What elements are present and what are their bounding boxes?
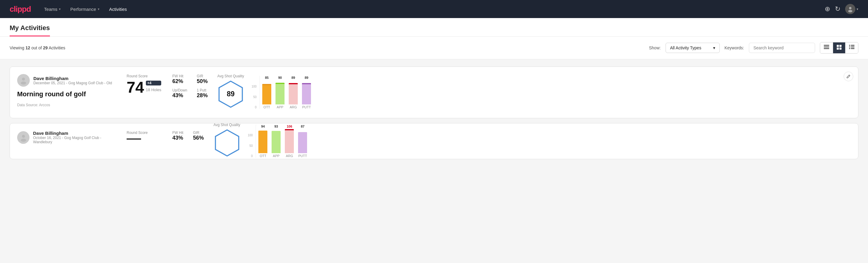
performance-label: Performance bbox=[70, 7, 96, 12]
activities-label: Activities bbox=[109, 7, 127, 12]
bar-ott-value-1: 94 bbox=[261, 124, 265, 128]
gir-value-0: 50% bbox=[197, 78, 208, 85]
hex-container-0: 89 bbox=[217, 81, 244, 111]
bar-app-value-0: 90 bbox=[278, 76, 282, 80]
svg-rect-4 bbox=[824, 48, 829, 49]
app-header: clippd Teams ▾ Performance ▾ Activities … bbox=[0, 0, 868, 18]
user-info-0: Dave Billingham December 05, 2021 - Gog … bbox=[17, 74, 119, 87]
list-detail-toggle[interactable] bbox=[845, 42, 858, 53]
hexagon-svg-1 bbox=[214, 129, 241, 156]
bar-arg-value-1: 106 bbox=[287, 124, 292, 128]
svg-point-1 bbox=[848, 10, 852, 12]
fw-hit-value-1: 43% bbox=[172, 135, 183, 141]
card-stats-0: Round Score 74 +4 18 Holes FW Hit 62% Up… bbox=[127, 74, 851, 111]
round-score-group-1: Round Score bbox=[127, 130, 163, 152]
bar-app-fill-0 bbox=[276, 83, 284, 105]
bar-ott-fill-1 bbox=[258, 130, 268, 153]
viewing-total: 29 bbox=[43, 46, 48, 50]
svg-rect-8 bbox=[839, 48, 841, 50]
activity-title-0: Morning round of golf bbox=[17, 90, 119, 98]
bar-ott-1: 94 OTT bbox=[258, 124, 268, 158]
activity-type-chevron-icon: ▾ bbox=[713, 46, 715, 50]
bar-app-wrapper-0 bbox=[276, 80, 284, 105]
bar-app-name-0: APP bbox=[277, 105, 283, 109]
svg-point-15 bbox=[22, 78, 25, 81]
data-source-0: Data Source: Arccos bbox=[17, 103, 119, 107]
bar-app-value-1: 93 bbox=[274, 124, 278, 128]
one-putt-label-0: 1 Putt bbox=[197, 88, 208, 92]
one-putt-0: 1 Putt 28% bbox=[197, 88, 208, 99]
search-input[interactable] bbox=[749, 43, 815, 53]
svg-point-16 bbox=[21, 82, 26, 85]
grid-toggle[interactable] bbox=[833, 42, 845, 53]
stat-pair-left-0: FW Hit 62% Up/Down 43% bbox=[172, 74, 187, 111]
refresh-icon[interactable]: ↻ bbox=[835, 5, 840, 13]
bar-chart-1: 100 50 0 94 OTT 93 bbox=[248, 124, 307, 158]
bar-arg-value-0: 89 bbox=[291, 76, 295, 80]
round-score-label-0: Round Score bbox=[127, 74, 163, 78]
score-badge-text-0: +4 bbox=[146, 81, 161, 85]
user-avatar-1 bbox=[17, 131, 29, 144]
bar-putt-name-0: PUTT bbox=[302, 105, 311, 109]
nav-performance[interactable]: Performance ▾ bbox=[67, 4, 103, 14]
show-label: Show: bbox=[649, 46, 661, 50]
teams-label: Teams bbox=[44, 7, 57, 12]
user-info-1: Dave Billingham October 16, 2021 - Gog M… bbox=[17, 130, 119, 144]
gir-0: GIR 50% bbox=[197, 74, 208, 85]
svg-marker-21 bbox=[215, 130, 239, 156]
nav-teams[interactable]: Teams ▾ bbox=[40, 4, 64, 14]
gir-1: GIR 56% bbox=[193, 130, 204, 141]
edit-button-0[interactable] bbox=[844, 71, 853, 81]
user-avatar-0 bbox=[17, 74, 30, 87]
avatar-icon bbox=[845, 4, 856, 14]
up-down-0: Up/Down 43% bbox=[172, 88, 187, 99]
hex-group-0: Avg Shot Quality 89 bbox=[217, 74, 244, 111]
fw-hit-label-0: FW Hit bbox=[172, 74, 187, 78]
y-axis-labels-0: 100 50 0 bbox=[251, 85, 258, 109]
viewing-count: 12 bbox=[26, 46, 30, 50]
teams-chevron-icon: ▾ bbox=[59, 7, 61, 11]
svg-rect-12 bbox=[851, 47, 855, 48]
bar-chart-0: 100 50 0 85 OTT bbox=[251, 76, 311, 109]
main-content: Dave Billingham December 05, 2021 - Gog … bbox=[0, 59, 868, 171]
main-nav: Teams ▾ Performance ▾ Activities bbox=[40, 4, 130, 14]
svg-point-20 bbox=[21, 139, 26, 142]
activity-card-1: Dave Billingham October 16, 2021 - Gog M… bbox=[10, 123, 858, 159]
bar-ott-value-0: 85 bbox=[265, 76, 269, 80]
bar-app-wrapper-1 bbox=[272, 129, 281, 153]
svg-rect-14 bbox=[851, 48, 855, 49]
gir-label-1: GIR bbox=[193, 130, 204, 135]
add-icon[interactable]: ⊕ bbox=[825, 5, 830, 13]
user-avatar-button[interactable]: ▾ bbox=[845, 4, 858, 14]
header-right: ⊕ ↻ ▾ bbox=[825, 4, 858, 14]
nav-activities[interactable]: Activities bbox=[105, 4, 130, 14]
user-name-0: Dave Billingham bbox=[33, 76, 112, 81]
svg-text:89: 89 bbox=[227, 90, 235, 98]
viewing-suffix: Activities bbox=[49, 46, 65, 50]
fw-hit-label-1: FW Hit bbox=[172, 130, 183, 135]
header-left: clippd Teams ▾ Performance ▾ Activities bbox=[10, 4, 130, 14]
hexagon-svg-0: 89 bbox=[217, 81, 244, 108]
avatar-chevron-icon: ▾ bbox=[857, 7, 858, 11]
list-compact-toggle[interactable] bbox=[820, 42, 833, 53]
bar-app-0: 90 APP bbox=[276, 76, 284, 109]
bar-ott-name-0: OTT bbox=[264, 105, 270, 109]
keywords-label: Keywords: bbox=[724, 46, 744, 50]
activity-card-0: Dave Billingham December 05, 2021 - Gog … bbox=[10, 66, 858, 118]
y-axis-labels-1: 100 50 0 bbox=[248, 134, 255, 158]
activity-type-dropdown[interactable]: All Activity Types ▾ bbox=[665, 43, 720, 53]
viewing-prefix: Viewing bbox=[10, 46, 26, 50]
hex-group-1: Avg Shot Quality bbox=[214, 123, 241, 159]
activity-type-value: All Activity Types bbox=[670, 46, 702, 50]
card-stats-1: Round Score FW Hit 43% GIR 56% bbox=[127, 130, 851, 152]
stat-pair-right-1: GIR 56% bbox=[193, 130, 204, 152]
score-badge-0: +4 18 Holes bbox=[146, 80, 161, 92]
shot-quality-section-1: Avg Shot Quality 100 50 0 bbox=[214, 130, 307, 152]
svg-rect-5 bbox=[837, 45, 839, 47]
bar-arg-wrapper-0 bbox=[289, 80, 298, 105]
filter-bar: Viewing 12 out of 29 Activities Show: Al… bbox=[0, 37, 868, 59]
stat-pair-left-1: FW Hit 43% bbox=[172, 130, 183, 152]
bar-arg-1: 106 ARG bbox=[285, 124, 294, 158]
bar-putt-value-1: 87 bbox=[301, 124, 304, 128]
bar-ott-wrapper-0 bbox=[262, 80, 271, 105]
